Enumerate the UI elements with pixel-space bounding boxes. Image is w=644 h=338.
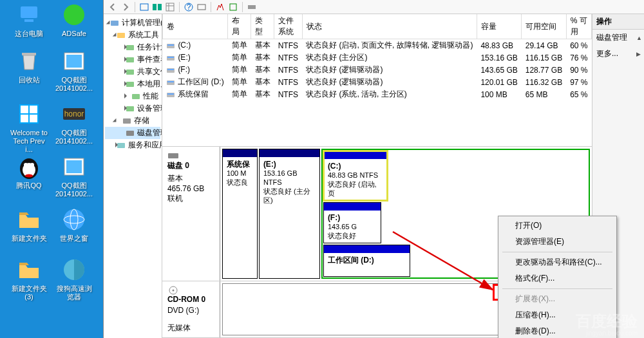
action-more[interactable]: 更多...▶	[592, 46, 644, 62]
tree-sys-item[interactable]: 设备管理器	[105, 102, 160, 115]
volume-row[interactable]: 系统保留简单基本NTFS状态良好 (系统, 活动, 主分区)100 MB65 M…	[162, 88, 591, 100]
column-header[interactable]: 布局	[228, 14, 251, 39]
svg-rect-31	[230, 4, 236, 10]
desktop-icon[interactable]: 腾讯QQ	[10, 153, 48, 190]
svg-rect-49	[167, 69, 174, 70]
context-menu-item[interactable]: 压缩卷(H)...	[500, 307, 615, 323]
toolbar-icon[interactable]	[196, 2, 207, 12]
tree-sys-item[interactable]: 事件查看器	[105, 53, 160, 66]
desktop-icon[interactable]: 新建文件夹(3)	[10, 256, 48, 301]
svg-point-56	[172, 289, 174, 291]
toolbar-icon[interactable]	[165, 2, 175, 12]
volume-row[interactable]: (C:)简单基本NTFS状态良好 (启动, 页面文件, 故障转储, 逻辑驱动器)…	[162, 39, 591, 52]
context-menu-item[interactable]: 更改驱动器号和路径(C)...	[500, 254, 615, 270]
svg-rect-41	[123, 118, 131, 124]
toolbar-icon[interactable]	[228, 2, 238, 12]
svg-rect-1	[24, 19, 33, 22]
svg-rect-53	[167, 93, 174, 95]
svg-rect-36	[126, 57, 134, 62]
tree-disk-management[interactable]: 磁盘管理	[105, 127, 160, 139]
column-header[interactable]: 卷	[162, 14, 227, 39]
forward-icon[interactable]	[120, 2, 131, 12]
context-menu-item: 扩展卷(X)...	[500, 291, 615, 307]
svg-rect-26	[158, 4, 162, 10]
desktop-icon[interactable]: Welcome toTech Previ...	[10, 100, 48, 154]
svg-rect-24	[140, 4, 148, 10]
svg-rect-32	[248, 5, 256, 9]
svg-rect-43	[117, 143, 125, 148]
svg-rect-8	[30, 106, 37, 113]
back-icon[interactable]	[108, 2, 118, 12]
cdrom-info[interactable]: CD-ROM 0 DVD (G:) 无媒体	[162, 281, 220, 337]
toolbar: ?	[104, 0, 644, 14]
desktop-icon[interactable]: 搜狗高速浏览器	[55, 256, 93, 301]
svg-point-17	[25, 174, 33, 178]
disk-title: 磁盘 0	[167, 160, 214, 171]
column-header[interactable]: % 可用	[566, 14, 591, 39]
column-header[interactable]: 状态	[302, 14, 477, 39]
toolbar-icon[interactable]	[247, 2, 257, 12]
desktop-icon[interactable]: QQ截图20141002...	[55, 153, 93, 198]
desktop-icon[interactable]: 新建文件夹	[10, 206, 48, 243]
volume-row[interactable]: (F:)简单基本NTFS状态良好 (逻辑驱动器)143.65 GB128.77 …	[162, 64, 591, 76]
svg-point-16	[30, 163, 34, 167]
toolbar-icon[interactable]	[152, 2, 162, 12]
column-header[interactable]: 容量	[477, 14, 521, 39]
svg-rect-3	[22, 53, 36, 55]
svg-point-20	[64, 209, 84, 230]
tree-storage[interactable]: 存储	[105, 115, 160, 127]
partition[interactable]: (C:)48.83 GB NTFS状态良好 (启动, 页	[323, 151, 388, 201]
partition[interactable]: 工作区间 (D:)	[323, 245, 410, 277]
watermark-sub: jingyan.baidu.com	[585, 330, 638, 337]
column-header[interactable]: 文件系统	[274, 14, 302, 39]
svg-rect-40	[126, 106, 134, 111]
context-menu-item[interactable]: 打开(O)	[500, 218, 615, 234]
svg-text:?: ?	[187, 3, 191, 12]
context-menu-item[interactable]: 资源管理器(E)	[500, 234, 615, 250]
partition[interactable]: (E:)153.16 GB NTFS状态良好 (主分区)	[259, 149, 320, 279]
desktop-icon[interactable]: 回收站	[10, 48, 48, 84]
svg-rect-37	[126, 70, 134, 75]
svg-rect-38	[126, 82, 134, 87]
svg-rect-7	[21, 106, 28, 113]
partition[interactable]: (F:)143.65 G状态良好	[323, 202, 381, 243]
toolbar-icon[interactable]	[215, 2, 225, 12]
svg-rect-5	[66, 55, 82, 68]
toolbar-icon[interactable]	[139, 2, 149, 12]
svg-rect-51	[167, 81, 174, 82]
tree-sys-item[interactable]: 任务计划程序	[105, 41, 160, 53]
desktop-icon[interactable]: ADSafe	[55, 1, 93, 38]
desktop-icon[interactable]: 世界之窗	[55, 206, 93, 243]
svg-rect-10	[30, 115, 37, 122]
desktop: 这台电脑ADSafe回收站QQ截图20141002...Welcome toTe…	[0, 0, 103, 338]
svg-rect-0	[21, 6, 37, 18]
help-icon[interactable]: ?	[184, 2, 194, 12]
tree-services[interactable]: 服务和应用程序	[105, 139, 160, 151]
context-menu-item[interactable]: 格式化(F)...	[500, 270, 615, 286]
actions-header: 操作	[592, 14, 644, 30]
desktop-icon[interactable]: 这台电脑	[10, 1, 48, 38]
tree-sys-item[interactable]: 性能	[105, 90, 160, 102]
column-header[interactable]: 类型	[251, 14, 274, 39]
desktop-icon[interactable]: honorQQ截图20141002...	[55, 100, 93, 146]
svg-rect-33	[111, 21, 118, 26]
svg-rect-42	[126, 131, 134, 136]
nav-tree: 计算机管理(本地)系统工具任务计划程序事件查看器共享文件夹本地用户和组性能设备管…	[104, 14, 162, 338]
svg-point-2	[64, 5, 84, 25]
tree-system-tools[interactable]: 系统工具	[105, 29, 160, 41]
volume-row[interactable]: (E:)简单基本NTFS状态良好 (主分区)153.16 GB116.15 GB…	[162, 52, 591, 64]
tree-root[interactable]: 计算机管理(本地)	[105, 17, 160, 29]
partition[interactable]: 系统保100 M状态良	[222, 149, 258, 279]
disk-0-info[interactable]: 磁盘 0 基本 465.76 GB 联机	[162, 147, 220, 281]
svg-rect-45	[167, 44, 174, 46]
volume-row[interactable]: 工作区间 (D:)简单基本NTFS状态良好 (逻辑驱动器)120.01 GB11…	[162, 76, 591, 88]
action-diskmgmt[interactable]: 磁盘管理▲	[592, 30, 644, 46]
svg-rect-54	[168, 153, 178, 158]
column-header[interactable]: 可用空间	[522, 14, 566, 39]
tree-sys-item[interactable]: 本地用户和组	[105, 78, 160, 90]
volume-list: 卷布局类型文件系统状态容量可用空间% 可用(C:)简单基本NTFS状态良好 (启…	[162, 14, 592, 146]
tree-sys-item[interactable]: 共享文件夹	[105, 66, 160, 78]
svg-rect-30	[198, 5, 205, 10]
svg-text:honor: honor	[64, 109, 84, 118]
desktop-icon[interactable]: QQ截图20141002...	[55, 48, 93, 93]
